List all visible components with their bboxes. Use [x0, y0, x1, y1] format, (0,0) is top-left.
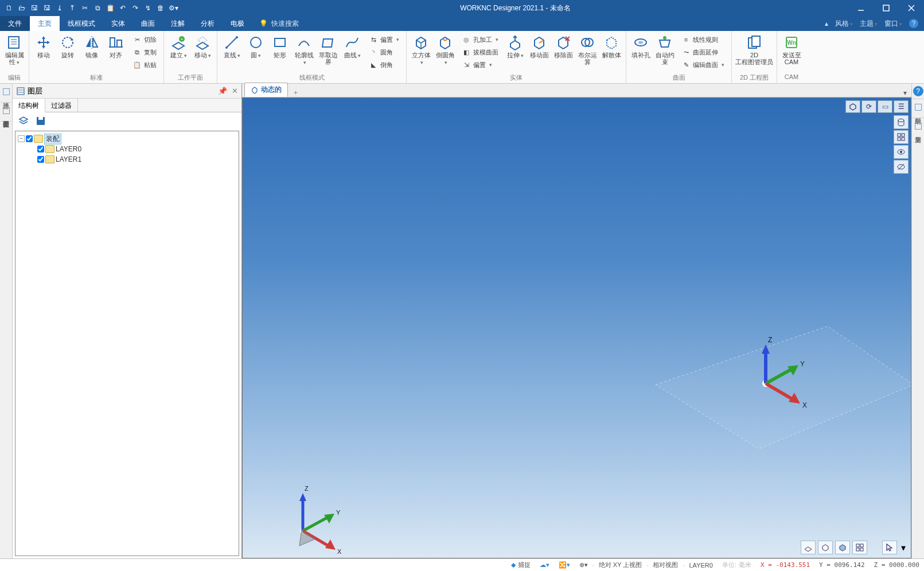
- draft-button[interactable]: ◧拔模曲面: [458, 46, 502, 58]
- expand-icon[interactable]: −: [18, 135, 25, 142]
- layer1-checkbox[interactable]: [37, 156, 44, 163]
- hole-button[interactable]: ◎孔加工: [458, 33, 502, 46]
- doc-tabs-dropdown[interactable]: ▾: [899, 89, 911, 97]
- close-button[interactable]: [899, 0, 924, 16]
- qat-redo-icon[interactable]: ↷: [130, 2, 141, 14]
- drawing-manager-button[interactable]: 2D工程图管理员: [734, 32, 774, 68]
- status-layer[interactable]: LAYER0: [685, 562, 718, 569]
- panel-close-icon[interactable]: ✕: [232, 87, 238, 95]
- tab-home[interactable]: 主页: [30, 16, 60, 31]
- boolean-button[interactable]: 布尔运算: [575, 32, 599, 68]
- shaded-view-icon[interactable]: [835, 541, 850, 554]
- mirror-button[interactable]: 镜像: [80, 32, 104, 61]
- help-icon[interactable]: ?: [909, 19, 918, 28]
- status-snap[interactable]: ◆捕捉: [506, 561, 535, 569]
- view-rotate-icon[interactable]: ⟳: [861, 100, 876, 113]
- layer0-checkbox[interactable]: [37, 146, 44, 152]
- qat-import-icon[interactable]: ⤒: [67, 2, 78, 14]
- context-help-icon[interactable]: ?: [913, 86, 923, 96]
- tree-layer0-row[interactable]: LAYER0: [37, 144, 236, 154]
- qat-open-icon[interactable]: 🗁: [16, 2, 28, 14]
- tab-surface[interactable]: 曲面: [133, 16, 163, 31]
- status-tree-icon[interactable]: 🔀▾: [554, 561, 575, 569]
- edit-attributes-button[interactable]: 编辑属性: [2, 32, 26, 68]
- tab-annotation[interactable]: 注解: [163, 16, 193, 31]
- clip-cylinder-icon[interactable]: [894, 115, 909, 129]
- qat-undo-icon[interactable]: ↶: [117, 2, 128, 14]
- quick-search[interactable]: 💡 快速搜索: [259, 16, 299, 31]
- status-cloud-icon[interactable]: ☁▾: [535, 561, 554, 569]
- paste-button[interactable]: 📋粘贴: [129, 58, 160, 71]
- round-button[interactable]: ◝圆角: [365, 46, 403, 58]
- rect-button[interactable]: 矩形: [268, 32, 292, 61]
- tab-electrode[interactable]: 电极: [223, 16, 252, 31]
- chamfer-button[interactable]: ◣倒角: [365, 58, 403, 71]
- offset-solid-button[interactable]: ⇲偏置: [458, 58, 502, 71]
- theme-dropdown[interactable]: 主题: [860, 19, 878, 29]
- fillhole-button[interactable]: 填补孔: [629, 32, 653, 61]
- wireframe-view-icon[interactable]: [818, 541, 833, 554]
- plane-select-icon[interactable]: [801, 541, 816, 554]
- removeface-button[interactable]: 移除面: [551, 32, 575, 61]
- linear-rule-button[interactable]: ≡线性规则: [678, 33, 728, 46]
- offset-button[interactable]: ⇆偏置: [365, 33, 403, 46]
- rightpane-measure[interactable]: 测量: [913, 118, 923, 136]
- window-dropdown[interactable]: 窗口: [884, 19, 902, 29]
- tree-root-row[interactable]: − 装配: [18, 134, 236, 144]
- qat-undolist-icon[interactable]: ↯: [142, 2, 154, 14]
- viewport-3d[interactable]: Z Y X Z Y X: [242, 97, 911, 558]
- workplane-create-button[interactable]: +建立: [166, 32, 190, 61]
- cut-button[interactable]: ✂切除: [129, 33, 160, 46]
- collapse-ribbon-icon[interactable]: ▴: [825, 19, 828, 28]
- sidetab-select[interactable]: 选择: [1, 84, 11, 103]
- style-dropdown[interactable]: 风格: [835, 19, 853, 29]
- maximize-button[interactable]: [874, 0, 899, 16]
- circle-button[interactable]: 圆: [244, 32, 268, 61]
- cursor-pointer-icon[interactable]: [882, 541, 897, 554]
- autoconstrain-button[interactable]: 自动约束: [653, 32, 677, 68]
- disassemble-button[interactable]: 解散体: [599, 32, 623, 61]
- surface-extend-button[interactable]: ⤳曲面延伸: [678, 46, 728, 58]
- layer-save-icon[interactable]: [34, 115, 47, 127]
- panel-tab-filter[interactable]: 过滤器: [45, 99, 78, 112]
- qat-copy-icon[interactable]: ⧉: [92, 2, 103, 14]
- move-button[interactable]: 移动: [32, 32, 56, 61]
- contour-button[interactable]: 轮廓线: [292, 32, 316, 68]
- eye-toggle-icon[interactable]: [894, 160, 909, 174]
- layer-stack-icon[interactable]: [17, 115, 30, 127]
- extrude-button[interactable]: 拉伸: [503, 32, 527, 61]
- rotate-button[interactable]: 旋转: [56, 32, 80, 61]
- view-iso-icon[interactable]: [845, 100, 860, 113]
- qat-delete-icon[interactable]: 🗑: [155, 2, 166, 14]
- document-tab-active[interactable]: 动态的: [244, 83, 288, 97]
- tree-layer1-row[interactable]: LAYER1: [37, 154, 236, 165]
- eye-show-icon[interactable]: [894, 145, 909, 159]
- align-button[interactable]: 对齐: [104, 32, 128, 61]
- menu-file[interactable]: 文件: [0, 16, 30, 31]
- root-checkbox[interactable]: [26, 135, 33, 142]
- workplane-move-button[interactable]: 移动: [190, 32, 215, 61]
- multi-view-icon[interactable]: [852, 541, 867, 554]
- qat-cut-icon[interactable]: ✂: [79, 2, 91, 14]
- new-doc-tab-button[interactable]: +: [290, 89, 301, 97]
- view-menu-icon[interactable]: ☰: [894, 100, 909, 113]
- moveface-button[interactable]: 移动面: [527, 32, 551, 61]
- minimize-button[interactable]: [848, 0, 874, 16]
- copy-button[interactable]: ⧉复制: [129, 46, 160, 58]
- edit-surface-button[interactable]: ✎编辑曲面: [678, 58, 728, 71]
- rightpane-help[interactable]: 帮助: [913, 99, 923, 118]
- qat-export-icon[interactable]: ⤓: [54, 2, 65, 14]
- status-abs-view[interactable]: 绝对 XY 上视图: [594, 561, 647, 569]
- fillet-solid-button[interactable]: 倒圆角: [433, 32, 457, 68]
- qat-new-icon[interactable]: 🗋: [3, 2, 15, 14]
- sidetab-workplane-manager[interactable]: 工作平面管理员: [1, 103, 11, 122]
- cube-button[interactable]: 立方体: [409, 32, 433, 68]
- qat-paste-icon[interactable]: 📋: [104, 2, 116, 14]
- grid-split-icon[interactable]: [894, 130, 909, 144]
- status-target-icon[interactable]: ⊕▾: [575, 561, 592, 569]
- pin-icon[interactable]: 📌: [218, 87, 227, 95]
- tab-solid[interactable]: 实体: [103, 16, 133, 31]
- line-button[interactable]: 直线: [220, 32, 244, 61]
- qat-save-icon[interactable]: 🖫: [29, 2, 40, 14]
- extract-boundary-button[interactable]: 萃取边界: [316, 32, 340, 68]
